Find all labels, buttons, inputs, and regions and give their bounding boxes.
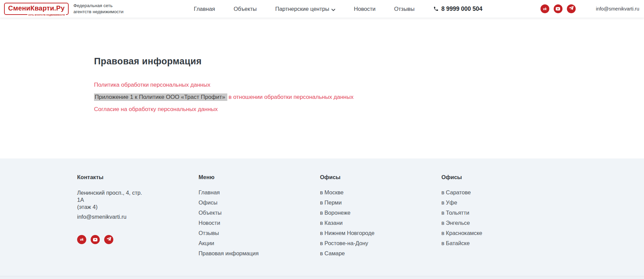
footer-office-link-ufa[interactable]: в Уфе [441,199,482,206]
legal-link-policy[interactable]: Политика обработки персональных данных [94,82,210,88]
footer-menu-column: Меню Главная Офисы Объекты Новости Отзыв… [199,174,320,260]
footer-office-link-perm[interactable]: в Перми [320,199,441,206]
footer-email-link[interactable]: info@smenikvarti.ru [77,214,127,220]
footer-heading-contacts: Контакты [77,174,199,180]
vk-link[interactable]: vk [77,235,86,244]
footer-menu-link-reviews[interactable]: Отзывы [199,230,320,236]
main-content: Правовая информация Политика обработки п… [0,18,644,158]
list-item: Согласие на обработку персональных данны… [94,106,644,112]
footer-menu-link-home[interactable]: Главная [199,189,320,195]
nav-item-reviews[interactable]: Отзывы [394,6,414,12]
site-tagline: Федеральная сеть агентств недвижимости [73,3,131,15]
legal-link-consent[interactable]: Согласие на обработку персональных данны… [94,106,218,112]
list-item: Приложение 1 к Политике ООО «Траст Профи… [94,94,644,100]
list-item: Политика обработки персональных данных [94,82,644,88]
page: { "colors": { "brand_red": "#c01f23", "s… [0,0,644,279]
phone-icon [433,6,439,12]
legal-link-appendix[interactable]: в отношении обработки персональных данны… [229,94,354,100]
footer-heading-menu: Меню [199,174,320,180]
address-line: Ленинский просп., 4, стр. 1А [77,189,148,203]
nav-item-home[interactable]: Главная [194,6,215,12]
footer-office-link-voronezh[interactable]: в Воронеже [320,210,441,216]
main-nav: Главная Объекты Партнерские центры Новос… [194,5,415,13]
nav-item-objects[interactable]: Объекты [234,6,257,12]
footer-menu-link-objects[interactable]: Объекты [199,210,320,216]
footer-menu-link-news[interactable]: Новости [199,220,320,226]
vk-icon: vk [543,7,547,11]
telegram-icon [107,237,111,243]
footer-office-link-saratov[interactable]: в Саратове [441,189,482,195]
footer-office-link-samara[interactable]: в Самаре [320,250,441,256]
nav-item-partner-centers[interactable]: Партнерские центры [275,5,335,13]
footer-menu-link-legal[interactable]: Правовая информация [199,250,320,256]
footer-socials: vk [77,235,199,244]
site-footer: Контакты Ленинский просп., 4, стр. 1А (э… [0,158,644,279]
footer-office-link-bataysk[interactable]: в Батайске [441,240,482,246]
nav-item-label: Партнерские центры [275,6,329,12]
youtube-icon [556,7,560,10]
legal-links-list: Политика обработки персональных данных П… [94,82,644,112]
nav-item-label: Главная [194,6,215,12]
telegram-icon [569,6,574,12]
youtube-link[interactable] [91,235,100,244]
copyright-bar: © Все права защищены [0,276,644,279]
address-line: (этаж 4) [77,203,148,211]
footer-offices-column-1: Офисы в Москве в Перми в Воронеже в Каза… [320,174,441,260]
footer-office-link-engels[interactable]: в Энгельсе [441,220,482,226]
phone-number: 8 9999 000 504 [441,5,483,13]
footer-office-link-moscow[interactable]: в Москве [320,189,441,195]
footer-menu-link-offices[interactable]: Офисы [199,199,320,206]
phone-link[interactable]: 8 9999 000 504 [433,5,483,13]
footer-office-link-rostov-na-donu[interactable]: в Ростове-на-Дону [320,240,441,246]
vk-link[interactable]: vk [540,4,549,13]
footer-office-link-krasnokamsk[interactable]: в Краснокамске [441,230,482,236]
youtube-icon [93,238,97,241]
nav-item-news[interactable]: Новости [354,6,375,12]
logo[interactable]: СмениКварти.Ру сеть агентств недвижимост… [4,3,69,15]
youtube-link[interactable] [554,4,562,13]
footer-office-link-tolyatti[interactable]: в Тольятти [441,210,482,216]
footer-contacts-column: Контакты Ленинский просп., 4, стр. 1А (э… [77,174,199,260]
header-email-link[interactable]: info@smenikvarti.ru [596,6,639,12]
site-header: СмениКварти.Ру сеть агентств недвижимост… [0,0,644,18]
chevron-down-icon [331,6,335,13]
telegram-link[interactable] [567,4,576,13]
logo-subtext: сеть агентств недвижимости [27,14,66,16]
selected-text-highlight: Приложение 1 к Политике ООО «Траст Профи… [94,93,227,101]
nav-item-label: Новости [354,6,375,12]
page-title: Правовая информация [94,56,644,67]
footer-heading-offices: Офисы [441,174,482,180]
logo-text: СмениКварти.Ру [8,4,65,12]
footer-offices-column-2: Офисы в Саратове в Уфе в Тольятти в Энге… [441,174,482,260]
footer-menu-link-promos[interactable]: Акции [199,240,320,246]
nav-item-label: Объекты [234,6,257,12]
footer-office-link-nizhny-novgorod[interactable]: в Нижнем Новгороде [320,230,441,236]
footer-heading-offices: Офисы [320,174,441,180]
vk-icon: vk [80,238,83,241]
footer-columns: Контакты Ленинский просп., 4, стр. 1А (э… [0,158,644,260]
footer-office-link-kazan[interactable]: в Казани [320,220,441,226]
telegram-link[interactable] [104,235,113,244]
header-socials: vk [540,4,576,13]
nav-item-label: Отзывы [394,6,414,12]
